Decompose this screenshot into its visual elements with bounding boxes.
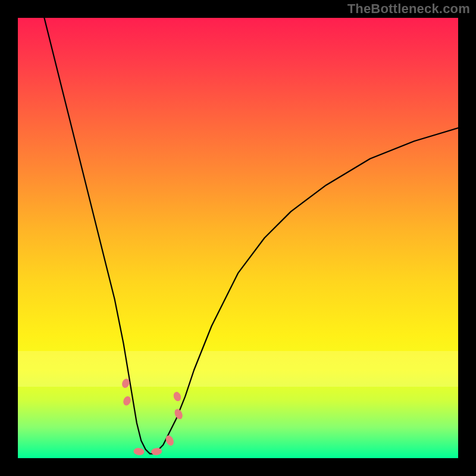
curve-marker <box>133 447 145 456</box>
curve-layer <box>18 18 458 458</box>
curve-markers <box>121 378 184 456</box>
plot-area <box>18 18 458 458</box>
curve-marker <box>122 395 132 406</box>
curve-marker <box>173 408 184 420</box>
chart-frame: TheBottleneck.com <box>0 0 476 476</box>
watermark-text: TheBottleneck.com <box>347 1 470 17</box>
bottleneck-curve <box>44 18 458 454</box>
curve-marker <box>173 391 183 402</box>
